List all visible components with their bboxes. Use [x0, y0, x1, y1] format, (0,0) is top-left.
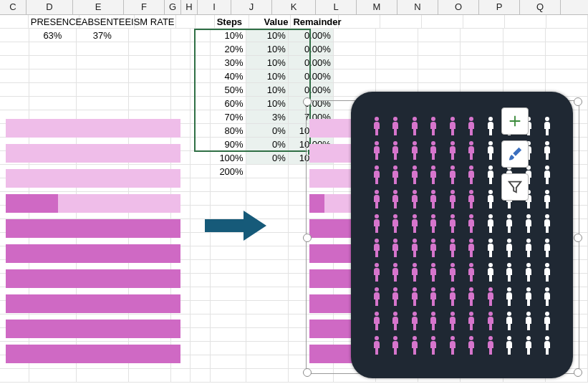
cell[interactable]	[191, 29, 211, 42]
cell[interactable]	[29, 56, 77, 69]
cell[interactable]	[29, 69, 77, 83]
cell[interactable]	[418, 29, 461, 42]
cell[interactable]	[211, 287, 246, 301]
cell[interactable]: 0%	[246, 124, 289, 138]
cell[interactable]	[191, 178, 211, 192]
cell[interactable]	[211, 328, 246, 342]
cell[interactable]	[246, 355, 289, 369]
cell[interactable]	[191, 124, 211, 138]
cell[interactable]: 100%	[211, 151, 246, 165]
cell[interactable]: 0.00%	[289, 97, 334, 110]
cell[interactable]	[211, 178, 246, 192]
cell[interactable]	[191, 56, 211, 69]
cell[interactable]	[171, 56, 191, 69]
cell[interactable]: 90%	[211, 138, 246, 151]
col-header[interactable]: O	[438, 0, 479, 14]
cell[interactable]	[176, 15, 196, 29]
cell[interactable]	[129, 97, 171, 110]
col-header[interactable]: H	[181, 0, 198, 14]
cell[interactable]	[211, 355, 246, 369]
arrow-shape[interactable]	[205, 211, 266, 241]
cell[interactable]	[0, 369, 29, 383]
col-header[interactable]: P	[479, 0, 520, 14]
cell[interactable]	[246, 246, 289, 260]
cell[interactable]	[171, 69, 191, 83]
chart-filter-button[interactable]	[501, 173, 529, 201]
col-header[interactable]: E	[73, 0, 124, 14]
cell[interactable]	[334, 56, 376, 69]
cell[interactable]	[334, 69, 376, 83]
cell[interactable]: 0%	[246, 138, 289, 151]
cell[interactable]	[0, 69, 29, 83]
cell[interactable]: 10%	[246, 42, 289, 56]
cell[interactable]	[461, 69, 503, 83]
cell[interactable]	[196, 15, 215, 29]
cell[interactable]: 10%	[246, 29, 289, 42]
cell[interactable]	[29, 369, 77, 383]
col-header[interactable]: Q	[520, 0, 561, 14]
cell[interactable]	[418, 42, 461, 56]
add-chart-element-button[interactable]	[501, 107, 529, 135]
cell[interactable]	[171, 83, 191, 97]
cell[interactable]	[211, 342, 246, 355]
cell[interactable]	[246, 274, 289, 287]
cell[interactable]	[211, 274, 246, 287]
cell[interactable]: 200%	[211, 165, 246, 178]
cell[interactable]	[546, 69, 588, 83]
cell[interactable]	[191, 274, 211, 287]
cell[interactable]	[29, 83, 77, 97]
cell[interactable]	[211, 301, 246, 314]
cell[interactable]	[171, 29, 191, 42]
cell[interactable]	[503, 29, 546, 42]
cell[interactable]	[191, 246, 211, 260]
cell[interactable]	[129, 69, 171, 83]
cell[interactable]	[246, 192, 289, 206]
cell[interactable]	[191, 42, 211, 56]
cell[interactable]	[191, 355, 211, 369]
cell[interactable]	[191, 69, 211, 83]
cell[interactable]: 10%	[246, 56, 289, 69]
cell[interactable]	[546, 42, 588, 56]
cell[interactable]: 0.00%	[289, 29, 334, 42]
cell[interactable]: 0.00%	[289, 83, 334, 97]
cell[interactable]	[191, 369, 211, 383]
cell[interactable]	[191, 301, 211, 314]
cell[interactable]	[505, 15, 546, 29]
cell[interactable]	[0, 42, 29, 56]
cell[interactable]	[246, 165, 289, 178]
cell[interactable]	[129, 369, 171, 383]
cell[interactable]	[0, 83, 29, 97]
cell[interactable]: 0.00%	[289, 56, 334, 69]
cell[interactable]	[546, 56, 588, 69]
cell[interactable]	[463, 15, 505, 29]
cell[interactable]	[0, 29, 29, 42]
cell[interactable]: 70%	[211, 110, 246, 124]
col-header[interactable]: D	[26, 0, 73, 14]
cell[interactable]	[0, 15, 29, 29]
cell[interactable]	[191, 342, 211, 355]
cell[interactable]	[461, 56, 503, 69]
cell[interactable]	[422, 15, 463, 29]
cell[interactable]	[0, 56, 29, 69]
cell[interactable]	[211, 260, 246, 274]
cell[interactable]	[191, 260, 211, 274]
cell[interactable]	[503, 69, 546, 83]
cell[interactable]	[503, 42, 546, 56]
cell[interactable]	[211, 246, 246, 260]
cell[interactable]	[129, 29, 171, 42]
cell[interactable]: 10%	[211, 29, 246, 42]
cell[interactable]: 63%	[29, 29, 77, 42]
cell[interactable]: 30%	[211, 56, 246, 69]
cell[interactable]	[77, 97, 128, 110]
cell[interactable]: 40%	[211, 69, 246, 83]
col-header[interactable]: L	[316, 0, 357, 14]
cell[interactable]	[246, 301, 289, 314]
cell[interactable]: 10%	[246, 69, 289, 83]
cell[interactable]	[334, 29, 376, 42]
cell[interactable]	[461, 29, 503, 42]
cell[interactable]	[418, 56, 461, 69]
cell[interactable]	[289, 369, 334, 383]
cell[interactable]	[77, 369, 128, 383]
cell[interactable]: 20%	[211, 42, 246, 56]
cell[interactable]: PRESENCE	[29, 15, 79, 29]
